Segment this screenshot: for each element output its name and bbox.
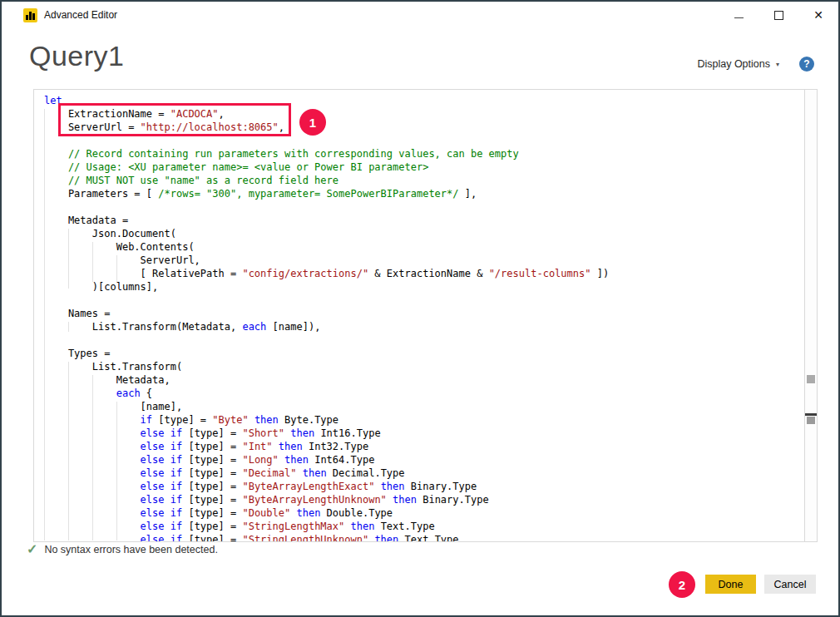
code-line: // MUST NOT use "name" as a record field…: [44, 174, 804, 187]
code-line: )[columns],: [44, 280, 804, 294]
annotation-step-2: 2: [669, 571, 695, 598]
powerbi-icon: [23, 8, 37, 22]
code-line: [44, 333, 804, 347]
code-line: [44, 200, 804, 214]
code-line: else if [type] = "ByteArrayLengthExact" …: [44, 480, 804, 493]
code-line: Names =: [44, 307, 804, 320]
cancel-button[interactable]: Cancel: [764, 575, 816, 594]
code-line: Parameters = [ /*rows= "300", myparamete…: [44, 187, 804, 200]
done-button[interactable]: Done: [705, 575, 756, 594]
checkmark-icon: ✓: [27, 541, 37, 557]
code-line: else if [type] = "Decimal" then Decimal.…: [44, 466, 804, 480]
window-title: Advanced Editor: [44, 9, 117, 21]
advanced-editor-window: { "window": { "title": "Advanced Editor"…: [0, 0, 840, 617]
close-icon: ✕: [813, 8, 823, 22]
code-line: each {: [44, 387, 804, 400]
code-line: else if [type] = "StringLengthMax" then …: [44, 520, 804, 533]
code-line: Metadata =: [44, 214, 804, 227]
code-line: else if [type] = "Short" then Int16.Type: [44, 427, 804, 440]
code-line: Web.Contents(: [44, 240, 804, 254]
code-line: Json.Document(: [44, 227, 804, 240]
annotation-highlight-box: [58, 103, 291, 136]
code-line: else if [type] = "StringLengthUnknown" t…: [44, 533, 804, 541]
chevron-down-icon: ▾: [776, 61, 779, 68]
maximize-icon: [774, 11, 783, 20]
code-line: List.Transform(Metadata, each [name]),: [44, 320, 804, 333]
maximize-button[interactable]: [758, 2, 798, 27]
help-icon: ?: [803, 58, 809, 70]
code-line: [ RelativePath = "config/extractions/" &…: [44, 267, 804, 280]
minimize-button[interactable]: [719, 2, 758, 27]
close-button[interactable]: ✕: [798, 2, 838, 27]
syntax-status: ✓ No syntax errors have been detected.: [27, 541, 218, 557]
page-title: Query1: [29, 40, 125, 72]
window-controls: ✕: [719, 2, 838, 27]
code-line: if [type] = "Byte" then Byte.Type: [44, 413, 804, 427]
code-line: else if [type] = "ByteArrayLengthUnknown…: [44, 493, 804, 506]
scrollbar-thumb[interactable]: [807, 375, 815, 383]
code-line: else if [type] = "Double" then Double.Ty…: [44, 506, 804, 520]
code-line: Types =: [44, 347, 804, 360]
scrollbar-marker-gray: [807, 417, 815, 424]
status-message: No syntax errors have been detected.: [44, 544, 217, 555]
code-editor: let ExtractionName = "ACDOCA", ServerUrl…: [33, 89, 818, 542]
vertical-scrollbar[interactable]: [804, 90, 817, 541]
code-line: ServerUrl,: [44, 254, 804, 267]
code-line: else if [type] = "Int" then Int32.Type: [44, 440, 804, 453]
code-line: // Record containing run parameters with…: [44, 147, 804, 160]
code-line: [name],: [44, 400, 804, 413]
code-line: else if [type] = "Long" then Int64.Type: [44, 453, 804, 466]
help-button[interactable]: ?: [799, 57, 814, 72]
annotation-step-1: 1: [299, 109, 326, 136]
code-line: Metadata,: [44, 373, 804, 387]
header-actions: Display Options ▾ ?: [697, 57, 814, 72]
scrollbar-marker-dark: [805, 413, 818, 416]
titlebar: Advanced Editor ✕: [2, 2, 838, 28]
code-line: [44, 294, 804, 307]
code-line: // Usage: <XU parameter name>= <value or…: [44, 160, 804, 174]
minimize-icon: [734, 17, 744, 18]
display-options-dropdown[interactable]: Display Options ▾: [697, 58, 779, 70]
code-line: List.Transform(: [44, 360, 804, 373]
display-options-label: Display Options: [697, 58, 770, 70]
code-editor-content[interactable]: let ExtractionName = "ACDOCA", ServerUrl…: [34, 90, 804, 541]
